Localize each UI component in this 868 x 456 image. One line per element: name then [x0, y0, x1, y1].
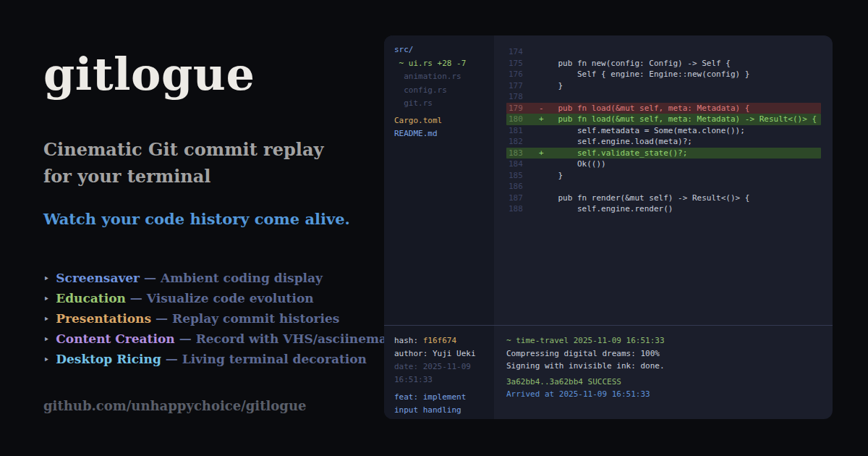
feature-item: ‣Education—Visualize code evolution [43, 289, 387, 309]
line-number: 184 [506, 159, 539, 170]
code-text: Ok(()) [539, 159, 606, 170]
feature-description: Living terminal decoration [182, 352, 367, 366]
page-title: gitlogue [43, 52, 255, 97]
code-line: 183+ self.validate_state()?; [506, 148, 821, 159]
feature-description: Visualize code evolution [147, 291, 314, 305]
commit-info-panel: hash: f16f674 author: Yuji Ueki date: 20… [384, 325, 494, 419]
commit-hash-line: hash: f16f674 [394, 334, 494, 347]
hash-value: f16f674 [423, 336, 456, 345]
feature-item: ‣Presentations—Replay commit histories [43, 309, 387, 329]
code-text: + pub fn load(&mut self, meta: Metadata)… [539, 114, 817, 125]
line-number: 181 [506, 125, 539, 137]
feature-label: Presentations [56, 311, 151, 326]
line-number: 178 [506, 91, 539, 103]
feature-item: ‣Desktop Ricing—Living terminal decorati… [43, 350, 387, 370]
file-tree-item[interactable]: animation.rs [394, 70, 494, 84]
status-line: ~ time-travel 2025-11-09 16:51:33 [506, 334, 833, 347]
code-line: 174 [506, 46, 821, 58]
bullet-icon: ‣ [43, 334, 49, 345]
subtitle-line-2: for your terminal [43, 163, 347, 190]
feature-item: ‣Content Creation—Record with VHS/asciin… [43, 329, 387, 350]
commit-date-line-1: date: 2025-11-09 [394, 360, 494, 373]
line-number: 188 [506, 203, 539, 215]
github-url[interactable]: github.com/unhappychoice/gitlogue [43, 398, 307, 414]
code-line: 188 self.engine.render() [506, 203, 821, 215]
feature-separator: — [166, 352, 178, 366]
bullet-icon: ‣ [43, 354, 49, 366]
status-line: Arrived at 2025-11-09 16:51:33 [506, 388, 833, 401]
code-text: + self.validate_state()?; [539, 148, 687, 159]
line-number: 180 [506, 114, 539, 125]
status-line: 3a62bb4..3a62bb4 SUCCESS [506, 376, 833, 389]
subtitle-line-1: Cinematic Git commit replay [43, 136, 347, 163]
line-number: 186 [506, 181, 539, 193]
file-tree-item[interactable]: git.rs [394, 97, 494, 111]
file-tree-item[interactable]: ~ ui.rs +28 -7 [394, 57, 494, 71]
commit-message-line-2: input handling [394, 404, 494, 417]
commit-author: author: Yuji Ueki [394, 347, 494, 360]
file-tree-item[interactable]: README.md [394, 127, 494, 141]
line-number: 185 [506, 170, 539, 182]
feature-separator: — [179, 332, 192, 346]
file-tree-item[interactable]: src/ [394, 43, 494, 57]
feature-label: Education [56, 291, 126, 305]
line-number: 176 [506, 69, 539, 80]
feature-label: Screensaver [56, 271, 140, 285]
line-number: 183 [506, 148, 539, 159]
status-line: Signing with invisible ink: done. [506, 360, 833, 373]
status-panel: ~ time-travel 2025-11-09 16:51:33Compres… [494, 325, 833, 419]
line-number: 175 [506, 58, 539, 69]
feature-separator: — [144, 271, 156, 285]
code-text: } [539, 170, 563, 182]
code-line: 185 } [506, 170, 821, 182]
feature-description: Replay commit histories [172, 311, 339, 326]
code-diff-panel: 174175 pub fn new(config: Config) -> Sel… [494, 35, 833, 325]
feature-label: Content Creation [56, 332, 174, 346]
line-number: 187 [506, 193, 539, 204]
code-line: 182 self.engine.load(meta)?; [506, 136, 821, 148]
code-text: pub fn new(config: Config) -> Self { [539, 58, 731, 69]
code-text: self.engine.load(meta)?; [539, 136, 692, 148]
feature-description: Ambient coding display [161, 271, 323, 285]
bullet-icon: ‣ [43, 313, 49, 325]
code-line: 175 pub fn new(config: Config) -> Self { [506, 58, 821, 69]
code-line: 186 [506, 181, 821, 193]
line-number: 182 [506, 136, 539, 148]
code-line: 180+ pub fn load(&mut self, meta: Metada… [506, 114, 821, 125]
line-number: 174 [506, 46, 539, 58]
file-tree-item[interactable]: config.rs [394, 84, 494, 98]
code-line: 179- pub fn load(&mut self, meta: Metada… [506, 103, 821, 114]
commit-message-line-1: feat: implement [394, 391, 494, 404]
code-text: pub fn render(&mut self) -> Result<()> { [539, 193, 749, 204]
feature-separator: — [156, 311, 168, 326]
bullet-icon: ‣ [43, 273, 49, 284]
code-line: 178 [506, 91, 821, 103]
code-text: self.engine.render() [539, 203, 673, 215]
hash-label: hash: [394, 336, 423, 345]
tagline: Watch your code history come alive. [43, 211, 350, 228]
code-line: 176 Self { engine: Engine::new(config) } [506, 69, 821, 80]
commit-date-line-2: 16:51:33 [394, 373, 494, 387]
code-text: self.metadata = Some(meta.clone()); [539, 125, 745, 137]
code-line: 177 } [506, 80, 821, 92]
terminal-window: src/ ~ ui.rs +28 -7 animation.rs config.… [384, 35, 833, 419]
code-line: 187 pub fn render(&mut self) -> Result<(… [506, 193, 821, 204]
code-text: - pub fn load(&mut self, meta: Metadata)… [539, 103, 749, 114]
feature-label: Desktop Ricing [56, 352, 161, 366]
code-line: 181 self.metadata = Some(meta.clone()); [506, 125, 821, 137]
subtitle: Cinematic Git commit replay for your ter… [43, 136, 347, 190]
file-tree-panel: src/ ~ ui.rs +28 -7 animation.rs config.… [384, 35, 494, 325]
code-text: } [539, 80, 563, 92]
line-number: 177 [506, 80, 539, 92]
file-tree-item[interactable]: Cargo.toml [394, 114, 494, 128]
code-text: Self { engine: Engine::new(config) } [539, 69, 749, 80]
line-number: 179 [506, 103, 539, 114]
feature-list: ‣Screensaver—Ambient coding display‣Educ… [43, 269, 387, 370]
status-line: Compressing digital dreams: 100% [506, 347, 833, 360]
code-line: 184 Ok(()) [506, 159, 821, 170]
feature-item: ‣Screensaver—Ambient coding display [43, 269, 387, 289]
feature-separator: — [130, 291, 142, 305]
bullet-icon: ‣ [43, 293, 49, 305]
feature-description: Record with VHS/asciinema [196, 332, 387, 346]
